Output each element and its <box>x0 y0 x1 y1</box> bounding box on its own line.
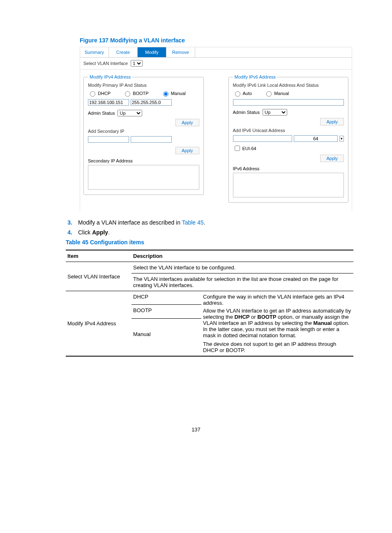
figure-title: Figure 137 Modifying a VLAN interface <box>80 37 392 44</box>
step-4-text: Click Apply. <box>78 229 110 236</box>
td-select-vlan-desc2: The VLAN interfaces available for select… <box>131 273 353 291</box>
step-3-text: Modify a VLAN interface as described in … <box>78 219 205 226</box>
ipv6-legend: Modify IPv6 Address <box>233 74 277 79</box>
screenshot-panel: Summary Create Modify Remove Select VLAN… <box>80 47 352 211</box>
td-ipv4-desc-p2: The device does not suport to get an IP … <box>203 341 352 353</box>
radio-dhcp[interactable]: DHCP <box>88 90 111 97</box>
ipv4-secondary-list-label: Secondary IP Address <box>88 158 199 163</box>
table-title: Table 45 Configuration items <box>66 239 392 246</box>
select-vlan-dropdown[interactable]: 1 <box>131 60 143 67</box>
ipv4-admin-dropdown[interactable]: Up <box>118 110 142 116</box>
radio-manual-v6-label: Manual <box>274 91 289 96</box>
radio-bootp-label: BOOTP <box>133 91 149 96</box>
ipv6-unicast-input[interactable] <box>233 135 292 142</box>
radio-auto-label: Auto <box>243 91 252 96</box>
ipv4-subheading: Modify Primary IP And Status <box>88 83 199 88</box>
tab-remove[interactable]: Remove <box>166 47 195 57</box>
radio-manual-label: Manual <box>171 91 186 96</box>
ipv4-mask-input[interactable] <box>131 99 172 106</box>
eui64-label: EUI-64 <box>242 146 256 151</box>
radio-manual-v6[interactable]: Manual <box>264 90 289 97</box>
config-table: Item Description Select VLAN Interface S… <box>66 250 353 357</box>
th-item: Item <box>66 250 131 262</box>
tab-modify[interactable]: Modify <box>138 47 166 57</box>
td-bootp: BOOTP <box>131 305 201 318</box>
radio-auto[interactable]: Auto <box>233 90 252 97</box>
ipv4-legend: Modify IPv4 Address <box>88 74 132 79</box>
ipv6-addr-listbox[interactable] <box>233 173 344 197</box>
step-4-number: 4. <box>60 229 72 236</box>
select-vlan-label: Select VLAN Interface <box>83 61 128 66</box>
radio-bootp[interactable]: BOOTP <box>123 90 149 97</box>
td-ipv4-desc-p1: Allow the VLAN interface to get an IP ad… <box>203 308 352 338</box>
ipv6-admin-label: Admin Status <box>233 110 260 115</box>
ipv6-subheading: Modify IPv6 Link Local Address And Statu… <box>233 83 344 88</box>
tab-create[interactable]: Create <box>109 47 138 57</box>
ipv6-linklocal-input[interactable] <box>233 99 344 106</box>
ipv4-secondary-ip-input[interactable] <box>88 136 129 143</box>
radio-manual[interactable]: Manual <box>161 90 186 97</box>
ipv6-prefix-input[interactable] <box>294 135 338 142</box>
ipv4-secondary-mask-input[interactable] <box>131 136 172 143</box>
ipv6-apply-button-1[interactable]: Apply <box>320 118 344 125</box>
ipv6-addr-list-label: IPv6 Address <box>233 166 344 171</box>
ipv4-add-secondary-label: Add Secondary IP <box>88 129 199 134</box>
td-ipv4-desc: Configure the way in which the VLAN inte… <box>201 291 353 357</box>
td-select-vlan: Select VLAN Interface <box>66 262 131 291</box>
ipv4-admin-label: Admin Status <box>88 111 115 116</box>
table-45-link[interactable]: Table 45 <box>182 219 204 226</box>
ipv6-fieldset: Modify IPv6 Address Modify IPv6 Link Loc… <box>228 74 349 203</box>
dropdown-caret-icon[interactable]: ▾ <box>339 136 344 141</box>
ipv4-apply-button-2[interactable]: Apply <box>175 147 199 154</box>
tab-summary[interactable]: Summary <box>80 47 109 57</box>
eui64-checkbox[interactable] <box>235 146 240 151</box>
ipv4-apply-button-1[interactable]: Apply <box>175 119 199 126</box>
ipv4-ip-input[interactable] <box>88 99 129 106</box>
td-dhcp: DHCP <box>131 291 201 305</box>
td-manual: Manual <box>131 318 201 356</box>
ipv6-admin-dropdown[interactable]: Up <box>263 109 287 116</box>
ipv4-fieldset: Modify IPv4 Address Modify Primary IP An… <box>83 74 204 195</box>
radio-dhcp-label: DHCP <box>98 91 111 96</box>
th-description: Description <box>131 250 353 262</box>
ipv6-apply-button-2[interactable]: Apply <box>320 155 344 162</box>
step-3-number: 3. <box>60 219 72 226</box>
td-ipv4-desc-intro: Configure the way in which the VLAN inte… <box>203 294 352 306</box>
select-vlan-row: Select VLAN Interface 1 <box>80 58 352 70</box>
tab-bar: Summary Create Modify Remove <box>80 47 352 58</box>
td-modify-ipv4: Modify IPv4 Address <box>66 291 131 357</box>
td-select-vlan-desc1: Select the VLAN interface to be configur… <box>131 262 353 273</box>
ipv6-add-unicast-label: Add IPv6 Unicast Address <box>233 128 344 133</box>
page-number: 137 <box>0 426 392 433</box>
ipv4-secondary-listbox[interactable] <box>88 165 199 190</box>
